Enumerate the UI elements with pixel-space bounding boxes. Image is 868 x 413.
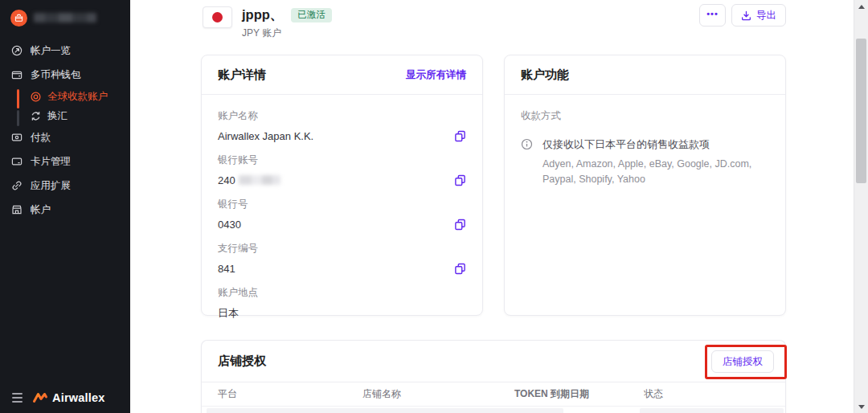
download-icon — [741, 10, 751, 21]
more-options-button[interactable]: ••• — [699, 4, 726, 27]
sidebar-item-fx-conversion[interactable]: 换汇 — [0, 106, 130, 125]
account-avatar-icon — [10, 10, 27, 27]
globe-icon — [11, 45, 23, 56]
store-authorization-card: 店铺授权 店铺授权 平台 店铺名称 TOKEN 到期日期 状态 — [201, 340, 786, 413]
airwallex-logo-mark — [32, 391, 48, 405]
sidebar-item-account[interactable]: 帐户 — [0, 198, 130, 222]
header-actions: ••• 导出 — [699, 4, 786, 27]
field-value: 841 — [218, 263, 235, 275]
store-table-header: 平台 店铺名称 TOKEN 到期日期 状态 — [202, 382, 785, 407]
store-authorization-button[interactable]: 店铺授权 — [711, 350, 774, 373]
sidebar-item-payouts[interactable]: 付款 — [0, 125, 130, 149]
airwallex-logo: Airwallex — [32, 391, 104, 405]
field-account-location: 账户地点 日本 — [218, 286, 466, 321]
rail-track — [17, 110, 19, 126]
field-label: 银行号 — [218, 198, 466, 211]
column-status: 状态 — [644, 387, 769, 401]
status-badge: 已激活 — [291, 8, 332, 22]
sidebar-item-label: 帐户一览 — [31, 44, 71, 58]
column-store-name: 店铺名称 — [362, 387, 514, 401]
airwallex-logo-text: Airwallex — [52, 391, 104, 404]
sidebar-item-label: 卡片管理 — [31, 155, 71, 169]
coin-icon — [31, 92, 41, 102]
copy-icon[interactable] — [453, 262, 466, 275]
redacted-account-name — [34, 13, 96, 22]
credit-card-icon — [11, 156, 23, 167]
japan-flag-icon — [203, 6, 232, 28]
collapse-menu-icon[interactable] — [12, 393, 23, 403]
copy-icon[interactable] — [453, 174, 466, 186]
field-bank-account-number: 银行账号 240 — [218, 153, 466, 186]
sidebar-nav: 帐户一览 多币种钱包 全球收款账户 — [0, 39, 130, 222]
info-icon — [521, 138, 533, 188]
export-button-label: 导出 — [756, 9, 776, 22]
field-value: 日本 — [218, 306, 239, 321]
store-authorization-title: 店铺授权 — [218, 354, 266, 369]
sidebar-item-app-extensions[interactable]: 应用扩展 — [0, 174, 130, 198]
scroll-up-arrow[interactable] — [854, 0, 868, 13]
banknote-icon — [11, 132, 23, 143]
field-branch-code: 支行编号 841 — [218, 242, 466, 275]
copy-icon[interactable] — [453, 218, 466, 231]
account-features-title: 账户功能 — [521, 67, 569, 83]
storefront-icon — [11, 204, 23, 215]
collection-method-label: 收款方式 — [521, 109, 769, 123]
sidebar-item-label: 付款 — [31, 131, 51, 145]
sidebar-item-multicurrency-wallet[interactable]: 多币种钱包 — [0, 63, 130, 87]
sidebar-item-label: 帐户 — [31, 203, 51, 217]
field-label: 账户地点 — [218, 286, 466, 300]
sidebar-account-switcher[interactable] — [0, 0, 130, 35]
app-window: 帐户一览 多币种钱包 全球收款账户 — [0, 0, 868, 413]
account-features-card: 账户功能 收款方式 仅接收以下日本平台的销售收益款项 Adyen, Amazon… — [504, 55, 786, 316]
main-content: jppp、 已激活 JPY 账户 ••• 导出 账户详情 — [130, 0, 854, 413]
field-account-name: 账户名称 Airwallex Japan K.K. — [218, 109, 466, 142]
sidebar-item-card-management[interactable]: 卡片管理 — [0, 149, 130, 174]
wallet-icon — [11, 69, 23, 80]
sidebar-item-global-accounts[interactable]: 全球收款账户 — [0, 87, 130, 106]
column-platform: 平台 — [218, 387, 362, 401]
scrollbar-thumb[interactable] — [856, 39, 866, 183]
loading-placeholder — [207, 408, 563, 413]
export-button[interactable]: 导出 — [731, 4, 786, 27]
account-details-card: 账户详情 显示所有详情 账户名称 Airwallex Japan K.K. — [201, 55, 483, 316]
field-label: 银行账号 — [218, 153, 466, 167]
redacted-digits — [239, 175, 280, 185]
vertical-scrollbar[interactable] — [854, 0, 868, 413]
active-rail-indicator — [17, 89, 19, 108]
field-value: 240 — [218, 174, 235, 186]
sidebar-subgroup-wallet: 全球收款账户 换汇 — [0, 87, 130, 125]
sidebar-item-label: 全球收款账户 — [47, 90, 108, 104]
table-row — [202, 408, 785, 413]
sidebar-item-label: 换汇 — [47, 109, 68, 123]
exchange-arrows-icon — [31, 111, 41, 121]
show-all-details-link[interactable]: 显示所有详情 — [406, 68, 466, 82]
field-label: 支行编号 — [218, 242, 466, 256]
account-details-title: 账户详情 — [218, 67, 266, 83]
platform-restriction-text: 仅接收以下日本平台的销售收益款项 — [542, 137, 769, 152]
loading-placeholder — [640, 408, 784, 413]
page-title: jppp、 — [242, 6, 283, 24]
field-bank-code: 银行号 0430 — [218, 198, 466, 231]
sidebar-item-account-overview[interactable]: 帐户一览 — [0, 39, 130, 63]
field-label: 账户名称 — [218, 109, 466, 123]
sidebar-item-label: 应用扩展 — [31, 179, 71, 193]
sidebar-item-label: 多币种钱包 — [31, 68, 81, 82]
sidebar-footer: Airwallex — [0, 391, 130, 405]
field-value: 0430 — [218, 219, 241, 231]
link-icon — [11, 180, 23, 191]
copy-icon[interactable] — [453, 129, 466, 142]
page-header: jppp、 已激活 JPY 账户 — [203, 6, 332, 40]
column-token-expiry: TOKEN 到期日期 — [514, 387, 644, 401]
field-value: Airwallex Japan K.K. — [218, 130, 313, 142]
scroll-down-arrow[interactable] — [854, 400, 868, 413]
account-currency-subtitle: JPY 账户 — [242, 27, 332, 40]
supported-platforms-list: Adyen, Amazon, Apple, eBay, Google, JD.c… — [542, 157, 769, 188]
sidebar: 帐户一览 多币种钱包 全球收款账户 — [0, 0, 130, 413]
